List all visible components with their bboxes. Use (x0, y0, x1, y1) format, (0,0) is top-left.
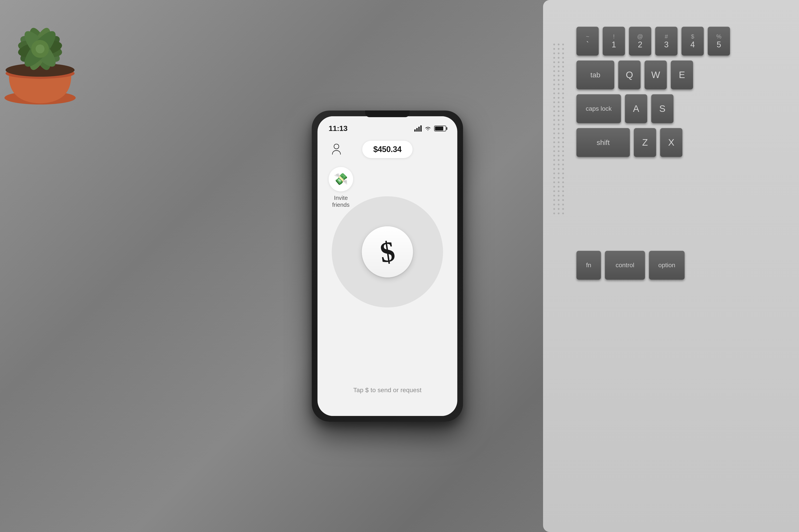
svg-point-90 (562, 43, 564, 45)
key-4[interactable]: $ 4 (682, 27, 704, 56)
status-bar: 11:13 (317, 116, 457, 134)
key-control[interactable]: control (605, 251, 645, 280)
plant-decoration (0, 0, 116, 111)
key-caps-lock[interactable]: caps lock (577, 94, 621, 123)
svg-point-16 (553, 61, 555, 63)
phone-notch (365, 111, 410, 117)
svg-point-46 (553, 195, 555, 196)
key-5[interactable]: % 5 (708, 27, 730, 56)
key-tab[interactable]: tab (577, 60, 614, 89)
svg-point-74 (558, 146, 560, 148)
svg-point-43 (553, 182, 555, 183)
svg-point-25 (553, 101, 555, 103)
svg-point-49 (553, 208, 555, 210)
app-header: $450.34 (317, 134, 457, 163)
svg-point-89 (558, 212, 560, 214)
wifi-icon (424, 126, 432, 131)
svg-point-112 (562, 141, 564, 143)
svg-point-13 (553, 48, 555, 50)
svg-point-47 (553, 199, 555, 201)
svg-point-124 (562, 195, 564, 196)
svg-point-50 (553, 212, 555, 214)
svg-point-11 (36, 44, 44, 53)
key-3[interactable]: # 3 (655, 27, 677, 56)
svg-point-109 (562, 128, 564, 130)
svg-point-14 (553, 53, 555, 54)
svg-point-120 (562, 177, 564, 179)
svg-point-69 (558, 124, 560, 126)
key-a[interactable]: A (625, 94, 647, 123)
svg-point-21 (553, 83, 555, 86)
svg-point-32 (553, 133, 555, 134)
key-2[interactable]: @ 2 (629, 27, 651, 56)
svg-point-75 (558, 150, 560, 152)
svg-point-33 (553, 137, 555, 139)
dollar-button[interactable]: $ (362, 226, 413, 278)
key-fn[interactable]: fn (577, 251, 601, 280)
svg-point-71 (558, 133, 560, 134)
key-1[interactable]: ! 1 (603, 27, 625, 56)
svg-point-118 (562, 168, 564, 170)
svg-point-76 (558, 155, 560, 156)
svg-point-87 (558, 204, 560, 205)
svg-point-36 (553, 150, 555, 152)
svg-point-116 (562, 159, 564, 161)
key-x[interactable]: X (660, 128, 683, 157)
key-e[interactable]: E (671, 60, 693, 89)
svg-point-26 (553, 106, 555, 108)
balance-display: $450.34 (362, 141, 413, 158)
svg-point-60 (558, 83, 560, 86)
svg-point-24 (553, 97, 555, 99)
svg-point-83 (558, 186, 560, 188)
svg-point-31 (553, 128, 555, 130)
key-w[interactable]: W (644, 60, 667, 89)
svg-point-100 (562, 88, 564, 90)
status-time: 11:13 (329, 124, 347, 133)
svg-point-64 (558, 101, 560, 103)
svg-point-22 (553, 88, 555, 90)
key-s[interactable]: S (651, 94, 673, 123)
svg-point-37 (553, 155, 555, 156)
svg-point-70 (558, 128, 560, 130)
key-z[interactable]: Z (634, 128, 656, 157)
key-tilde[interactable]: ~ ` (577, 27, 599, 56)
svg-point-44 (553, 186, 555, 188)
svg-point-108 (562, 124, 564, 126)
svg-point-92 (562, 53, 564, 54)
svg-point-23 (553, 93, 555, 94)
profile-button[interactable] (329, 141, 344, 157)
invite-avatar[interactable]: 💸 (329, 167, 353, 191)
svg-point-73 (558, 141, 560, 143)
svg-point-82 (558, 182, 560, 183)
svg-point-15 (553, 57, 555, 59)
invite-label: Invite friends (329, 194, 353, 208)
svg-point-86 (558, 199, 560, 201)
svg-point-20 (553, 79, 555, 81)
key-q[interactable]: Q (618, 60, 640, 89)
caps-row: caps lock A S (577, 94, 788, 123)
phone: 11:13 (312, 111, 463, 422)
svg-point-38 (553, 159, 555, 161)
status-icons (414, 126, 446, 132)
svg-point-56 (558, 66, 560, 68)
svg-point-127 (562, 208, 564, 210)
signal-icon (414, 126, 422, 132)
svg-point-79 (558, 168, 560, 170)
svg-point-84 (558, 190, 560, 192)
svg-point-114 (562, 150, 564, 152)
svg-point-96 (562, 70, 564, 72)
svg-point-65 (558, 106, 560, 108)
svg-point-62 (558, 93, 560, 94)
svg-point-30 (553, 124, 555, 126)
svg-point-67 (558, 115, 560, 116)
svg-point-111 (562, 137, 564, 139)
key-option[interactable]: option (649, 251, 685, 280)
svg-point-81 (558, 177, 560, 179)
svg-point-61 (558, 88, 560, 90)
svg-point-101 (562, 93, 564, 94)
qwerty-row: tab Q W E (577, 60, 788, 89)
svg-point-34 (553, 141, 555, 143)
key-shift[interactable]: shift (577, 128, 630, 157)
svg-point-1 (5, 63, 75, 77)
number-row: ~ ` ! 1 @ 2 # 3 $ 4 % 5 (577, 27, 788, 56)
